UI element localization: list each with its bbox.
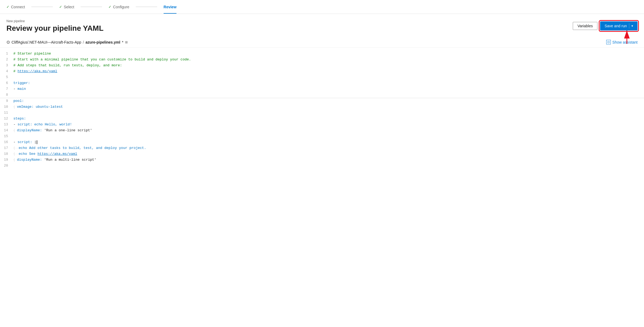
file-path-bar: ⊙ CliffAgius/.NET-MAUI---Aircraft-Facts-… bbox=[0, 37, 644, 48]
line-num-1: 1 bbox=[0, 51, 13, 57]
line-content-7: - main bbox=[13, 86, 644, 92]
code-line-1: 1 # Starter pipeline bbox=[0, 51, 644, 57]
code-line-8: 8 bbox=[0, 92, 644, 98]
yaml-link-1[interactable]: https://aka.ms/yaml bbox=[18, 69, 57, 73]
line-num-7: 7 bbox=[0, 86, 13, 92]
code-line-2: 2 # Start with a minimal pipeline that y… bbox=[0, 57, 644, 63]
line-num-18: 18 bbox=[0, 151, 13, 157]
wizard-nav: ✓ Connect ✓ Select ✓ Configure Review bbox=[0, 0, 644, 14]
line-num-2: 2 bbox=[0, 57, 13, 63]
check-icon-connect: ✓ bbox=[6, 5, 9, 9]
code-line-20: 20 bbox=[0, 163, 644, 169]
code-line-16: 16 - script: | bbox=[0, 139, 644, 145]
line-content-9: pool: bbox=[13, 98, 644, 104]
line-content-14: ┤ displayName: 'Run a one-line script' bbox=[13, 128, 644, 133]
code-line-13: 13 - script: echo Hello, world! bbox=[0, 122, 644, 128]
step-divider-3 bbox=[136, 7, 157, 7]
wizard-step-connect[interactable]: ✓ Connect bbox=[6, 0, 31, 14]
line-content-2: # Start with a minimal pipeline that you… bbox=[13, 57, 644, 63]
line-content-11 bbox=[13, 110, 644, 116]
code-line-10: 10 ┤ vmImage: ubuntu-latest bbox=[0, 104, 644, 110]
save-and-run-button[interactable]: Save and run ▾ bbox=[600, 21, 638, 30]
line-num-9: 9 bbox=[0, 98, 13, 104]
file-options-icon[interactable]: ⊞ bbox=[125, 40, 128, 44]
line-content-1: # Starter pipeline bbox=[13, 51, 644, 57]
line-num-4: 4 bbox=[0, 68, 13, 74]
line-num-19: 19 bbox=[0, 157, 13, 163]
code-line-12: 12 steps: bbox=[0, 116, 644, 122]
github-icon: ⊙ bbox=[6, 40, 10, 45]
line-content-12: steps: bbox=[13, 116, 644, 122]
line-num-14: 14 bbox=[0, 128, 13, 133]
line-content-6: trigger: bbox=[13, 80, 644, 86]
code-line-6: 6 trigger: bbox=[0, 80, 644, 86]
page-title: Review your pipeline YAML bbox=[6, 24, 104, 33]
line-num-12: 12 bbox=[0, 116, 13, 122]
line-content-13: - script: echo Hello, world! bbox=[13, 122, 644, 128]
line-content-8 bbox=[13, 92, 644, 98]
line-num-16: 16 bbox=[0, 139, 13, 145]
wizard-step-configure-label: Configure bbox=[113, 5, 129, 9]
code-line-3: 3 # Add steps that build, run tests, dep… bbox=[0, 63, 644, 68]
wizard-step-configure[interactable]: ✓ Configure bbox=[108, 0, 136, 14]
check-icon-configure: ✓ bbox=[108, 5, 111, 9]
line-num-10: 10 bbox=[0, 104, 13, 110]
line-content-15 bbox=[13, 133, 644, 139]
path-separator: / bbox=[83, 40, 84, 44]
wizard-step-review[interactable]: Review bbox=[164, 0, 183, 14]
code-line-15: 15 bbox=[0, 133, 644, 139]
show-assistant-button[interactable]: ⊡ Show assistant bbox=[606, 40, 638, 44]
line-num-11: 11 bbox=[0, 110, 13, 116]
file-name[interactable]: azure-pipelines.yml bbox=[85, 40, 120, 44]
save-and-run-label: Save and run bbox=[605, 24, 627, 28]
file-path: ⊙ CliffAgius/.NET-MAUI---Aircraft-Facts-… bbox=[6, 40, 128, 45]
code-line-17: 17 ┤··echo Add other tasks to build, tes… bbox=[0, 145, 644, 151]
page-header-actions: Variables Save and run ▾ bbox=[573, 21, 638, 30]
wizard-step-select[interactable]: ✓ Select bbox=[59, 0, 81, 14]
variables-button[interactable]: Variables bbox=[573, 22, 597, 30]
code-line-14: 14 ┤ displayName: 'Run a one-line script… bbox=[0, 128, 644, 133]
line-num-5: 5 bbox=[0, 74, 13, 80]
wizard-step-review-label: Review bbox=[164, 5, 176, 9]
line-num-17: 17 bbox=[0, 145, 13, 151]
line-content-16: - script: | bbox=[13, 139, 644, 145]
wizard-step-connect-label: Connect bbox=[11, 5, 25, 9]
code-line-18: 18 ┤··echo See https://aka.ms/yaml bbox=[0, 151, 644, 157]
modified-indicator: * bbox=[122, 40, 123, 44]
code-line-9: 9 pool: bbox=[0, 98, 644, 104]
line-content-5 bbox=[13, 74, 644, 80]
line-num-20: 20 bbox=[0, 163, 13, 169]
line-content-20 bbox=[13, 163, 644, 169]
page-subtitle: New pipeline bbox=[6, 19, 104, 23]
code-line-7: 7 - main bbox=[0, 86, 644, 92]
code-line-4: 4 # https://aka.ms/yaml bbox=[0, 68, 644, 74]
line-content-3: # Add steps that build, run tests, deplo… bbox=[13, 63, 644, 68]
wizard-step-select-label: Select bbox=[64, 5, 74, 9]
code-line-5: 5 bbox=[0, 74, 644, 80]
chevron-down-icon[interactable]: ▾ bbox=[631, 24, 633, 28]
line-content-4: # https://aka.ms/yaml bbox=[13, 68, 644, 74]
show-assistant-label: Show assistant bbox=[612, 40, 638, 44]
page-header: New pipeline Review your pipeline YAML V… bbox=[0, 14, 644, 37]
line-num-13: 13 bbox=[0, 122, 13, 128]
assistant-icon: ⊡ bbox=[606, 40, 611, 44]
line-content-19: ┤ displayName: 'Run a multi-line script' bbox=[13, 157, 644, 163]
save-run-wrapper: Save and run ▾ bbox=[600, 21, 638, 30]
yaml-link-2[interactable]: https://aka.ms/yaml bbox=[37, 152, 77, 156]
check-icon-select: ✓ bbox=[59, 5, 62, 9]
save-run-divider bbox=[629, 23, 629, 29]
step-divider-2 bbox=[81, 7, 102, 7]
code-line-11: 11 bbox=[0, 110, 644, 116]
code-line-19: 19 ┤ displayName: 'Run a multi-line scri… bbox=[0, 157, 644, 163]
line-num-6: 6 bbox=[0, 80, 13, 86]
line-content-17: ┤··echo Add other tasks to build, test, … bbox=[13, 145, 644, 151]
code-editor[interactable]: 1 # Starter pipeline 2 # Start with a mi… bbox=[0, 48, 644, 172]
repo-name: CliffAgius/.NET-MAUI---Aircraft-Facts-Ap… bbox=[12, 40, 81, 44]
line-content-18: ┤··echo See https://aka.ms/yaml bbox=[13, 151, 644, 157]
line-content-10: ┤ vmImage: ubuntu-latest bbox=[13, 104, 644, 110]
step-divider-1 bbox=[31, 7, 53, 7]
page-header-left: New pipeline Review your pipeline YAML bbox=[6, 19, 104, 33]
line-num-8: 8 bbox=[0, 92, 13, 98]
line-num-15: 15 bbox=[0, 133, 13, 139]
line-num-3: 3 bbox=[0, 63, 13, 68]
